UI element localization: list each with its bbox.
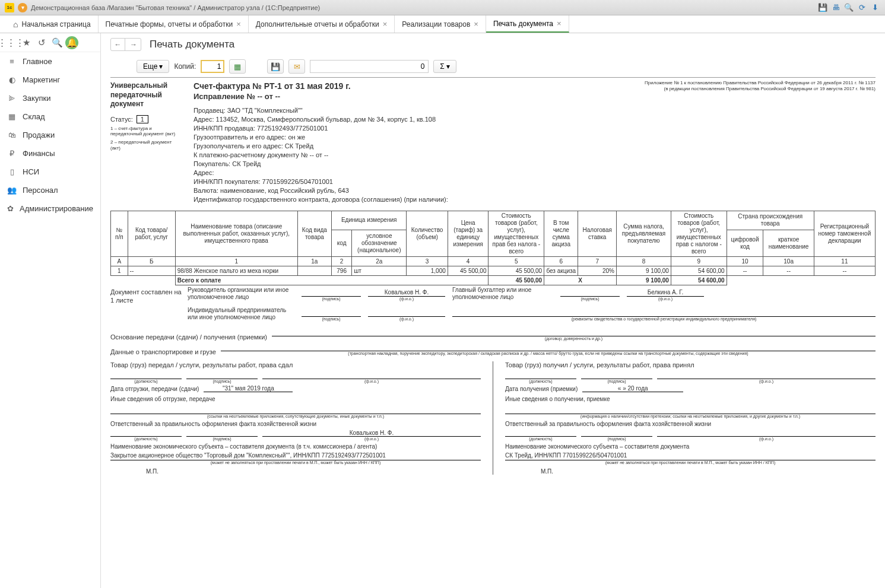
th-cc: цифровой код — [727, 230, 763, 256]
tab-label: Реализации товаров — [402, 20, 470, 28]
status-note-2: 2 – передаточный документ (акт) — [110, 139, 183, 151]
other-ship-label: Иные сведения об отгрузке, передаче — [110, 396, 481, 402]
nav-marketing[interactable]: ◐Маркетинг — [0, 71, 100, 89]
entity-value-right: СК Трейд, ИНН/КПП 7701599226/504701001 — [505, 452, 876, 460]
home-icon: ⌂ — [13, 20, 18, 29]
resp-name-left: Ковальков Н. Ф. — [262, 430, 481, 437]
book-icon: ▯ — [7, 167, 17, 176]
gear-icon: ✿ — [7, 204, 14, 213]
th-unit: Единица измерения — [331, 211, 406, 230]
th-cost-wo: Стоимость товаров (работ, услуг), имущес… — [489, 211, 544, 257]
nav-warehouse[interactable]: ▦Склад — [0, 107, 100, 126]
tab-print-forms[interactable]: Печатные формы, отчеты и обработки × — [99, 15, 249, 33]
resp-label-left: Ответственный за правильность оформления… — [110, 421, 481, 427]
nav-label: Продажи — [23, 131, 55, 139]
tabs-bar: ⌂ Начальная страница Печатные формы, отч… — [0, 15, 885, 33]
back-button[interactable]: ← — [111, 39, 125, 50]
buyer-line: Покупатель: СК Трейд — [194, 160, 876, 167]
mail-icon[interactable]: ✉ — [288, 59, 305, 74]
th-num: № п/п — [111, 211, 128, 257]
sum-button[interactable]: Σ ▾ — [433, 60, 456, 73]
nav-label: Администрирование — [20, 204, 93, 213]
nav-admin[interactable]: ✿Администрирование — [0, 199, 100, 218]
tab-home[interactable]: ⌂ Начальная страница — [6, 15, 99, 33]
status-value: 1 — [137, 115, 148, 123]
ship-date: "31" мая 2019 года — [204, 385, 293, 392]
tab-additional-reports[interactable]: Дополнительные отчеты и обработки × — [249, 15, 395, 33]
th-country: Страна происхождения товара — [727, 211, 814, 230]
head-label: Руководитель организации или иное уполно… — [188, 287, 294, 301]
transport-label: Данные о транспортировке и грузе — [110, 348, 216, 355]
titlebar: 1c ▾ Демонстрационная база /Магазин "Быт… — [0, 0, 885, 15]
star-icon[interactable]: ★ — [19, 36, 33, 50]
status-note-1: 1 – счет-фактура и передаточный документ… — [110, 126, 183, 137]
sidebar: ⋮⋮⋮ ★ ↺ 🔍 🔔 ≡Главное ◐Маркетинг ⫸Закупки… — [0, 33, 101, 588]
close-icon[interactable]: × — [383, 20, 388, 28]
nav-purchases[interactable]: ⫸Закупки — [0, 89, 100, 107]
counter-input[interactable] — [310, 60, 429, 73]
spreadsheet-icon[interactable]: ▦ — [229, 59, 246, 74]
bag-icon: 🛍 — [7, 131, 17, 139]
page-title: Печать документа — [150, 39, 234, 50]
th-tax: Сумма налога, предъявляемая покупателю — [616, 211, 671, 257]
entity-label-left: Наименование экономического субъекта – с… — [110, 443, 481, 450]
nav-finance[interactable]: ₽Финансы — [0, 144, 100, 163]
th-unit-code: код — [331, 230, 351, 256]
tab-print-document[interactable]: Печать документа × — [486, 15, 569, 33]
receive-date-label: Дата получения (приемки) — [505, 386, 578, 392]
table-row: 1 -- 98/88 Женское пальто из меха норки … — [111, 266, 876, 276]
seller-line: Продавец: ЗАО "ТД "Комплексный"" — [194, 107, 876, 114]
th-qty: Количество (объем) — [407, 211, 448, 257]
nav-label: Закупки — [23, 94, 50, 103]
arrows-icon: ⫸ — [7, 94, 17, 103]
status-label: Статус: — [110, 116, 133, 123]
buyer-addr-line: Адрес: — [194, 169, 876, 176]
save-icon[interactable]: 💾 — [817, 2, 828, 13]
download-icon[interactable]: ⬇ — [870, 2, 880, 13]
dropdown-icon[interactable]: ▾ — [18, 3, 27, 12]
nav-nsi[interactable]: ▯НСИ — [0, 163, 100, 181]
copies-input[interactable] — [201, 60, 224, 73]
tab-realization[interactable]: Реализации товаров × — [395, 15, 486, 33]
mp-left: М.П. — [146, 468, 481, 475]
nav-label: Главное — [23, 57, 52, 66]
history-icon[interactable]: ↺ — [34, 36, 49, 50]
accountant-name: Белкина А. Г. — [627, 289, 704, 297]
nav-label: Склад — [23, 112, 45, 121]
receive-date: « » 20 года — [582, 385, 683, 392]
refresh-icon[interactable]: ⟳ — [857, 2, 867, 13]
menu-grid-icon[interactable]: ⋮⋮⋮ — [4, 36, 18, 50]
print-icon[interactable]: 🖶 — [830, 2, 841, 13]
th-cn: краткое наименование — [763, 230, 814, 256]
th-name: Наименование товара (описание выполненны… — [175, 211, 297, 257]
nav-sales[interactable]: 🛍Продажи — [0, 126, 100, 144]
nav-personnel[interactable]: 👥Персонал — [0, 181, 100, 199]
close-icon[interactable]: × — [557, 19, 562, 28]
left-col-title: Товар (груз) передал / услуги, результат… — [110, 361, 481, 368]
payment-doc-line: К платежно-расчетному документу № -- от … — [194, 151, 876, 158]
th-decl: Регистрационный номер таможенной деклара… — [814, 211, 875, 257]
upd-title: Универсальный передаточный документ — [110, 81, 183, 109]
forward-button[interactable]: → — [126, 39, 141, 50]
tab-label: Дополнительные отчеты и обработки — [256, 20, 379, 28]
pie-icon: ◐ — [7, 75, 17, 84]
close-icon[interactable]: × — [474, 20, 478, 28]
more-button[interactable]: Еще ▾ — [137, 60, 169, 73]
search-icon[interactable]: 🔍 — [50, 36, 64, 50]
colnum-row: АБ11а22а34567891010а11 — [111, 257, 876, 266]
mp-right: М.П. — [541, 468, 876, 475]
nav-label: НСИ — [23, 167, 39, 176]
th-kind: Код вида товара — [297, 211, 331, 257]
inn-seller-line: ИНН/КПП продавца: 7725192493/772501001 — [194, 125, 876, 132]
tab-label: Печать документа — [493, 20, 553, 28]
doc-pages: Документ составлен на 1 листе — [110, 287, 188, 322]
nav-main[interactable]: ≡Главное — [0, 52, 100, 71]
close-icon[interactable]: × — [236, 20, 241, 28]
entity-label-right: Наименование экономического субъекта – с… — [505, 443, 876, 450]
tab-label: Начальная страница — [21, 20, 90, 28]
search-icon[interactable]: 🔍 — [843, 2, 854, 13]
window-title: Демонстрационная база /Магазин "Бытовая … — [31, 4, 320, 11]
save-icon[interactable]: 💾 — [267, 59, 284, 74]
list-icon: ≡ — [7, 57, 17, 66]
bell-icon[interactable]: 🔔 — [65, 36, 78, 49]
